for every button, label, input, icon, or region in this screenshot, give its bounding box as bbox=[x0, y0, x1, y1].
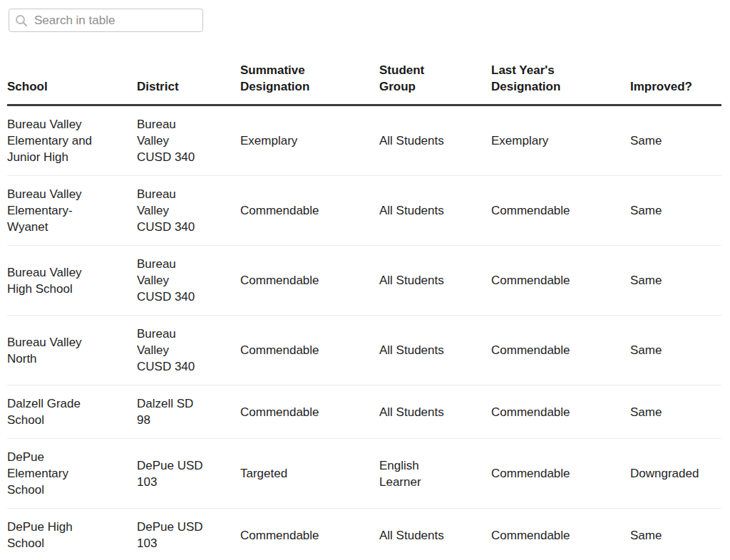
cell-district: DePue USD 103 bbox=[137, 439, 240, 509]
schools-table-container: SchoolDistrictSummative DesignationStude… bbox=[7, 62, 721, 560]
cell-district: Bureau Valley CUSD 340 bbox=[137, 246, 240, 316]
table-row: DePue High SchoolDePue USD 103Commendabl… bbox=[7, 509, 721, 560]
cell-school: DePue Elementary School bbox=[7, 439, 137, 509]
cell-group: English Learner bbox=[379, 439, 491, 509]
cell-last: Commendable bbox=[491, 246, 630, 316]
search-box[interactable] bbox=[9, 9, 203, 32]
cell-group: All Students bbox=[379, 509, 491, 560]
table-row: Bureau Valley NorthBureau Valley CUSD 34… bbox=[7, 316, 721, 385]
cell-last: Exemplary bbox=[491, 105, 630, 176]
cell-summ: Commendable bbox=[240, 509, 379, 560]
cell-school: Bureau Valley Elementary-Wyanet bbox=[7, 176, 137, 246]
cell-last: Commendable bbox=[491, 176, 630, 246]
column-header-summ: Summative Designation bbox=[240, 62, 379, 105]
cell-district: Bureau Valley CUSD 340 bbox=[137, 316, 240, 385]
cell-improved: Same bbox=[630, 385, 721, 439]
cell-improved: Downgraded bbox=[630, 439, 721, 509]
cell-last: Commendable bbox=[491, 385, 630, 439]
cell-summ: Commendable bbox=[240, 176, 379, 246]
cell-district: DePue USD 103 bbox=[137, 509, 240, 560]
cell-school: Bureau Valley High School bbox=[7, 246, 137, 316]
cell-last: Commendable bbox=[491, 509, 630, 560]
table-row: Bureau Valley Elementary-WyanetBureau Va… bbox=[7, 176, 721, 246]
cell-improved: Same bbox=[630, 105, 721, 176]
search-bar bbox=[0, 0, 730, 41]
magnifier-icon bbox=[15, 14, 28, 27]
cell-school: Bureau Valley North bbox=[7, 316, 137, 385]
column-header-improved: Improved? bbox=[630, 62, 721, 105]
table-header-row: SchoolDistrictSummative DesignationStude… bbox=[7, 62, 721, 105]
cell-summ: Exemplary bbox=[240, 105, 379, 176]
cell-improved: Same bbox=[630, 246, 721, 316]
cell-group: All Students bbox=[379, 316, 491, 385]
table-row: Dalzell Grade SchoolDalzell SD 98Commend… bbox=[7, 385, 721, 439]
cell-group: All Students bbox=[379, 176, 491, 246]
cell-improved: Same bbox=[630, 509, 721, 560]
cell-group: All Students bbox=[379, 246, 491, 316]
cell-district: Dalzell SD 98 bbox=[137, 385, 240, 439]
cell-school: DePue High School bbox=[7, 509, 137, 560]
column-header-last: Last Year's Designation bbox=[491, 62, 630, 105]
cell-summ: Commendable bbox=[240, 385, 379, 439]
table-row: Bureau Valley High SchoolBureau Valley C… bbox=[7, 246, 721, 316]
cell-improved: Same bbox=[630, 316, 721, 385]
cell-district: Bureau Valley CUSD 340 bbox=[137, 176, 240, 246]
cell-last: Commendable bbox=[491, 439, 630, 509]
column-header-district: District bbox=[137, 62, 240, 105]
column-header-school: School bbox=[7, 62, 137, 105]
cell-improved: Same bbox=[630, 176, 721, 246]
cell-summ: Commendable bbox=[240, 246, 379, 316]
cell-group: All Students bbox=[379, 385, 491, 439]
cell-summ: Commendable bbox=[240, 316, 379, 385]
search-input[interactable] bbox=[34, 14, 197, 28]
cell-last: Commendable bbox=[491, 316, 630, 385]
schools-table: SchoolDistrictSummative DesignationStude… bbox=[7, 62, 721, 560]
cell-group: All Students bbox=[379, 105, 491, 176]
cell-school: Bureau Valley Elementary and Junior High bbox=[7, 105, 137, 176]
cell-summ: Targeted bbox=[240, 439, 379, 509]
table-row: Bureau Valley Elementary and Junior High… bbox=[7, 105, 721, 176]
column-header-group: Student Group bbox=[379, 62, 491, 105]
cell-district: Bureau Valley CUSD 340 bbox=[137, 105, 240, 176]
cell-school: Dalzell Grade School bbox=[7, 385, 137, 439]
table-row: DePue Elementary SchoolDePue USD 103Targ… bbox=[7, 439, 721, 509]
